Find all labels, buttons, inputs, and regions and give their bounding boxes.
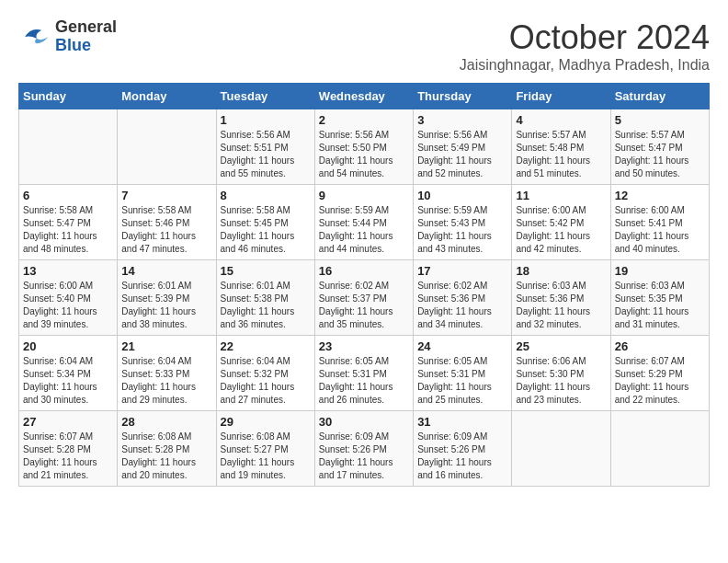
day-cell: 20Sunrise: 6:04 AMSunset: 5:34 PMDayligh… bbox=[19, 336, 118, 411]
day-cell bbox=[19, 109, 118, 185]
day-number: 24 bbox=[417, 339, 507, 353]
day-number: 20 bbox=[23, 339, 113, 353]
day-cell: 8Sunrise: 5:58 AMSunset: 5:45 PMDaylight… bbox=[216, 185, 314, 260]
day-detail: Sunrise: 6:01 AMSunset: 5:38 PMDaylight:… bbox=[221, 280, 311, 331]
day-number: 1 bbox=[221, 113, 311, 127]
day-detail: Sunrise: 6:07 AMSunset: 5:28 PMDaylight:… bbox=[23, 431, 113, 482]
day-detail: Sunrise: 6:06 AMSunset: 5:30 PMDaylight:… bbox=[516, 355, 606, 407]
day-number: 6 bbox=[23, 189, 113, 202]
calendar-header: Sunday Monday Tuesday Wednesday Thursday… bbox=[19, 84, 710, 109]
day-cell: 10Sunrise: 5:59 AMSunset: 5:43 PMDayligh… bbox=[414, 185, 512, 260]
day-cell: 14Sunrise: 6:01 AMSunset: 5:39 PMDayligh… bbox=[118, 260, 216, 336]
day-detail: Sunrise: 5:58 AMSunset: 5:46 PMDaylight:… bbox=[121, 204, 211, 256]
day-detail: Sunrise: 6:07 AMSunset: 5:29 PMDaylight:… bbox=[615, 355, 705, 407]
day-number: 22 bbox=[221, 339, 311, 353]
day-cell: 15Sunrise: 6:01 AMSunset: 5:38 PMDayligh… bbox=[216, 260, 314, 336]
header-row: Sunday Monday Tuesday Wednesday Thursday… bbox=[19, 84, 710, 109]
day-number: 12 bbox=[615, 189, 705, 202]
day-cell: 31Sunrise: 6:09 AMSunset: 5:26 PMDayligh… bbox=[414, 411, 512, 487]
day-cell: 23Sunrise: 6:05 AMSunset: 5:31 PMDayligh… bbox=[314, 336, 413, 411]
day-detail: Sunrise: 5:58 AMSunset: 5:47 PMDaylight:… bbox=[23, 204, 113, 256]
day-cell: 21Sunrise: 6:04 AMSunset: 5:33 PMDayligh… bbox=[118, 336, 216, 411]
day-detail: Sunrise: 6:00 AMSunset: 5:40 PMDaylight:… bbox=[23, 280, 113, 331]
day-number: 11 bbox=[516, 189, 606, 202]
day-cell: 9Sunrise: 5:59 AMSunset: 5:44 PMDaylight… bbox=[314, 185, 413, 260]
day-detail: Sunrise: 6:08 AMSunset: 5:28 PMDaylight:… bbox=[121, 431, 211, 482]
day-detail: Sunrise: 6:04 AMSunset: 5:32 PMDaylight:… bbox=[221, 355, 311, 407]
header-tuesday: Tuesday bbox=[216, 84, 314, 109]
day-number: 10 bbox=[417, 189, 507, 202]
day-number: 23 bbox=[319, 339, 409, 353]
day-cell bbox=[512, 411, 610, 487]
day-cell: 4Sunrise: 5:57 AMSunset: 5:48 PMDaylight… bbox=[512, 109, 610, 185]
day-number: 4 bbox=[516, 113, 606, 127]
day-number: 18 bbox=[516, 264, 606, 278]
header-thursday: Thursday bbox=[414, 84, 512, 109]
week-row-0: 1Sunrise: 5:56 AMSunset: 5:51 PMDaylight… bbox=[19, 109, 710, 185]
day-cell: 22Sunrise: 6:04 AMSunset: 5:32 PMDayligh… bbox=[216, 336, 314, 411]
day-cell: 27Sunrise: 6:07 AMSunset: 5:28 PMDayligh… bbox=[19, 411, 118, 487]
day-detail: Sunrise: 6:08 AMSunset: 5:27 PMDaylight:… bbox=[221, 431, 311, 482]
header-sunday: Sunday bbox=[19, 84, 118, 109]
day-number: 27 bbox=[23, 415, 113, 429]
day-number: 30 bbox=[319, 415, 409, 429]
week-row-3: 20Sunrise: 6:04 AMSunset: 5:34 PMDayligh… bbox=[19, 336, 710, 411]
day-cell bbox=[118, 109, 216, 185]
day-cell: 6Sunrise: 5:58 AMSunset: 5:47 PMDaylight… bbox=[19, 185, 118, 260]
day-detail: Sunrise: 6:03 AMSunset: 5:35 PMDaylight:… bbox=[615, 280, 705, 331]
day-detail: Sunrise: 6:02 AMSunset: 5:36 PMDaylight:… bbox=[417, 280, 507, 331]
logo-icon bbox=[18, 20, 51, 53]
day-number: 8 bbox=[221, 189, 311, 202]
day-cell bbox=[610, 411, 709, 487]
day-detail: Sunrise: 5:58 AMSunset: 5:45 PMDaylight:… bbox=[221, 204, 311, 256]
day-detail: Sunrise: 6:09 AMSunset: 5:26 PMDaylight:… bbox=[319, 431, 409, 482]
week-row-1: 6Sunrise: 5:58 AMSunset: 5:47 PMDaylight… bbox=[19, 185, 710, 260]
day-cell: 25Sunrise: 6:06 AMSunset: 5:30 PMDayligh… bbox=[512, 336, 610, 411]
day-number: 15 bbox=[221, 264, 311, 278]
month-title: October 2024 bbox=[460, 18, 710, 57]
day-number: 21 bbox=[121, 339, 211, 353]
day-detail: Sunrise: 6:00 AMSunset: 5:42 PMDaylight:… bbox=[516, 204, 606, 256]
day-number: 17 bbox=[417, 264, 507, 278]
day-cell: 26Sunrise: 6:07 AMSunset: 5:29 PMDayligh… bbox=[610, 336, 709, 411]
day-cell: 7Sunrise: 5:58 AMSunset: 5:46 PMDaylight… bbox=[118, 185, 216, 260]
day-detail: Sunrise: 5:56 AMSunset: 5:49 PMDaylight:… bbox=[417, 129, 507, 180]
logo: General Blue bbox=[18, 18, 117, 55]
day-detail: Sunrise: 6:01 AMSunset: 5:39 PMDaylight:… bbox=[121, 280, 211, 331]
location: Jaisinghnagar, Madhya Pradesh, India bbox=[460, 57, 710, 74]
header-saturday: Saturday bbox=[610, 84, 709, 109]
logo-line1: General bbox=[55, 18, 117, 37]
day-cell: 16Sunrise: 6:02 AMSunset: 5:37 PMDayligh… bbox=[314, 260, 413, 336]
header-friday: Friday bbox=[512, 84, 610, 109]
week-row-2: 13Sunrise: 6:00 AMSunset: 5:40 PMDayligh… bbox=[19, 260, 710, 336]
day-number: 28 bbox=[121, 415, 211, 429]
day-detail: Sunrise: 6:04 AMSunset: 5:33 PMDaylight:… bbox=[121, 355, 211, 407]
day-cell: 12Sunrise: 6:00 AMSunset: 5:41 PMDayligh… bbox=[610, 185, 709, 260]
day-detail: Sunrise: 6:03 AMSunset: 5:36 PMDaylight:… bbox=[516, 280, 606, 331]
day-number: 19 bbox=[615, 264, 705, 278]
title-block: October 2024 Jaisinghnagar, Madhya Prade… bbox=[460, 18, 710, 74]
day-cell: 3Sunrise: 5:56 AMSunset: 5:49 PMDaylight… bbox=[414, 109, 512, 185]
page-header: General Blue October 2024 Jaisinghnagar,… bbox=[18, 18, 710, 74]
day-cell: 18Sunrise: 6:03 AMSunset: 5:36 PMDayligh… bbox=[512, 260, 610, 336]
day-detail: Sunrise: 6:00 AMSunset: 5:41 PMDaylight:… bbox=[615, 204, 705, 256]
calendar-body: 1Sunrise: 5:56 AMSunset: 5:51 PMDaylight… bbox=[19, 109, 710, 487]
day-cell: 5Sunrise: 5:57 AMSunset: 5:47 PMDaylight… bbox=[610, 109, 709, 185]
day-number: 31 bbox=[417, 415, 507, 429]
day-cell: 29Sunrise: 6:08 AMSunset: 5:27 PMDayligh… bbox=[216, 411, 314, 487]
day-cell: 2Sunrise: 5:56 AMSunset: 5:50 PMDaylight… bbox=[314, 109, 413, 185]
day-cell: 28Sunrise: 6:08 AMSunset: 5:28 PMDayligh… bbox=[118, 411, 216, 487]
day-cell: 1Sunrise: 5:56 AMSunset: 5:51 PMDaylight… bbox=[216, 109, 314, 185]
day-number: 16 bbox=[319, 264, 409, 278]
day-cell: 19Sunrise: 6:03 AMSunset: 5:35 PMDayligh… bbox=[610, 260, 709, 336]
day-cell: 24Sunrise: 6:05 AMSunset: 5:31 PMDayligh… bbox=[414, 336, 512, 411]
day-number: 25 bbox=[516, 339, 606, 353]
day-detail: Sunrise: 5:59 AMSunset: 5:43 PMDaylight:… bbox=[417, 204, 507, 256]
day-cell: 13Sunrise: 6:00 AMSunset: 5:40 PMDayligh… bbox=[19, 260, 118, 336]
day-number: 13 bbox=[23, 264, 113, 278]
day-detail: Sunrise: 5:57 AMSunset: 5:48 PMDaylight:… bbox=[516, 129, 606, 180]
day-number: 3 bbox=[417, 113, 507, 127]
day-detail: Sunrise: 5:56 AMSunset: 5:51 PMDaylight:… bbox=[221, 129, 311, 180]
day-detail: Sunrise: 5:56 AMSunset: 5:50 PMDaylight:… bbox=[319, 129, 409, 180]
header-wednesday: Wednesday bbox=[314, 84, 413, 109]
